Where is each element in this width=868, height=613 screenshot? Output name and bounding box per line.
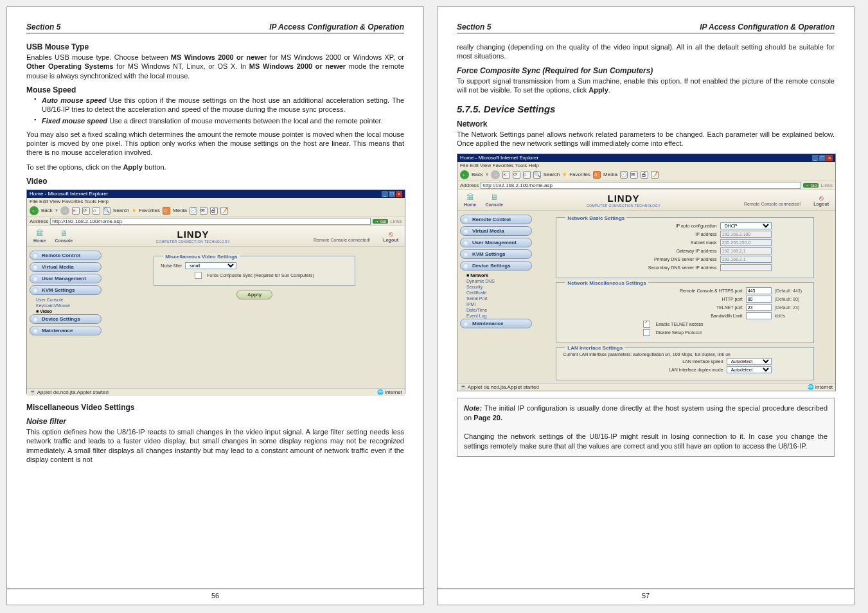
links-label[interactable]: Links: [820, 182, 833, 188]
gateway-input[interactable]: [720, 247, 772, 254]
home-icon[interactable]: ⌂: [523, 171, 531, 179]
primary-dns-input[interactable]: [720, 256, 772, 263]
sidebar-sub-network[interactable]: ■ Network: [460, 272, 532, 278]
logout-icon[interactable]: ⎋: [819, 194, 824, 202]
brand-bar: 🏛Home 🖥Console LINDY COMPUTER CONNECTION…: [457, 190, 835, 211]
back-icon[interactable]: ←: [30, 206, 39, 215]
page-number: 56: [211, 592, 219, 600]
favorites-icon[interactable]: ★: [562, 172, 567, 177]
sidebar-sub-security[interactable]: Security: [460, 284, 532, 290]
sidebar-item-maintenance[interactable]: Maintenance: [460, 319, 532, 328]
ip-auto-config-select[interactable]: DHCP: [720, 222, 772, 229]
sidebar-item-kvm-settings[interactable]: KVM Settings: [460, 249, 532, 259]
sidebar-sub-user-console[interactable]: User Console: [30, 297, 102, 303]
sidebar-item-device-settings[interactable]: Device Settings: [30, 314, 102, 324]
links-label[interactable]: Links: [390, 218, 402, 224]
fieldset-network-misc: Network Miscellaneous Settings Remote Co…: [556, 282, 813, 343]
force-cs-checkbox[interactable]: [195, 272, 202, 279]
ie-toolbar[interactable]: ←Back▾ → × ⟳ ⌂ 🔍Search ★Favorites ♫Media…: [457, 169, 835, 181]
secondary-dns-input[interactable]: [720, 264, 772, 271]
lan-speed-select[interactable]: Autodetect: [727, 358, 772, 365]
heading-video: Video: [26, 177, 404, 186]
sidebar-item-virtual-media[interactable]: Virtual Media: [30, 262, 102, 272]
heading-device-settings: 5.7.5. Device Settings: [457, 103, 835, 114]
sidebar-item-kvm-settings[interactable]: KVM Settings: [30, 285, 102, 295]
address-input[interactable]: http://192.168.2.100/home.asp: [481, 182, 801, 189]
window-controls[interactable]: _□×: [811, 155, 833, 161]
refresh-icon[interactable]: ⟳: [82, 207, 90, 215]
home-tab-icon[interactable]: 🏛: [466, 193, 474, 202]
lan-duplex-select[interactable]: Autodetect: [727, 366, 772, 373]
figure-video-settings: Home - Microsoft Internet Explorer _□× F…: [26, 190, 405, 394]
edit-icon[interactable]: 📝: [220, 207, 228, 215]
sidebar-item-virtual-media[interactable]: Virtual Media: [460, 226, 532, 236]
stop-icon[interactable]: ×: [72, 207, 80, 215]
go-button[interactable]: → Go: [373, 219, 388, 224]
sidebar-item-device-settings[interactable]: Device Settings: [460, 261, 532, 271]
brand-logo: LINDY: [587, 193, 660, 204]
history-icon[interactable]: 🕘: [190, 207, 197, 215]
window-controls[interactable]: _□×: [381, 191, 402, 197]
media-icon[interactable]: ♫: [593, 171, 601, 179]
sidebar-item-maintenance[interactable]: Maintenance: [30, 326, 102, 335]
mouse-speed-list: Auto mouse speed Use this option if the …: [34, 96, 404, 126]
sidebar-sub-eventlog[interactable]: Event Log: [460, 313, 532, 319]
go-button[interactable]: → Go: [803, 183, 819, 188]
search-icon[interactable]: 🔍: [103, 207, 111, 215]
sidebar-sub-keyboard-mouse[interactable]: Keyboard/Mouse: [30, 303, 102, 308]
favorites-icon[interactable]: ★: [132, 208, 136, 213]
page-number: 57: [642, 592, 650, 600]
http-port-input[interactable]: [746, 296, 772, 303]
edit-icon[interactable]: 📝: [651, 171, 659, 179]
heading-network: Network: [457, 120, 835, 129]
sidebar-sub-datetime[interactable]: Date/Time: [460, 307, 532, 313]
address-input[interactable]: http://192.168.2.100/home.asp: [50, 218, 371, 225]
page-footer: 56: [7, 589, 423, 600]
history-icon[interactable]: 🕘: [620, 171, 628, 179]
stop-icon[interactable]: ×: [502, 171, 510, 179]
sidebar-sub-certificate[interactable]: Certificate: [460, 290, 532, 296]
noise-filter-select[interactable]: small: [185, 262, 236, 269]
bandwidth-input[interactable]: [746, 312, 772, 319]
fieldset-legend: Miscellaneous Video Settings: [163, 254, 239, 260]
console-tab-icon[interactable]: 🖥: [490, 193, 498, 202]
sidebar-item-user-management[interactable]: User Management: [30, 274, 102, 283]
apply-button[interactable]: Apply: [236, 290, 272, 299]
page-header: Section 5 IP Access Configuration & Oper…: [457, 22, 835, 33]
back-icon[interactable]: ←: [460, 170, 469, 179]
https-port-input[interactable]: [746, 287, 772, 294]
print-icon[interactable]: 🖨: [210, 207, 218, 215]
window-title: Home - Microsoft Internet Explorer: [460, 155, 538, 161]
ie-menubar[interactable]: File Edit View Favorites Tools Help: [27, 198, 405, 205]
mail-icon[interactable]: ✉: [630, 171, 638, 179]
note-box: Note: The initial IP configuration is us…: [457, 398, 835, 457]
console-tab-icon[interactable]: 🖥: [60, 229, 67, 238]
disable-setup-checkbox[interactable]: [643, 329, 650, 336]
sidebar-sub-ipmi[interactable]: IPMI: [460, 301, 532, 307]
logout-icon[interactable]: ⎋: [389, 230, 393, 238]
sidebar-item-remote-control[interactable]: Remote Control: [460, 215, 532, 224]
media-icon[interactable]: ♫: [163, 207, 170, 215]
sidebar-sub-video[interactable]: ■ Video: [30, 308, 102, 314]
home-tab-icon[interactable]: 🏛: [36, 229, 44, 238]
mail-icon[interactable]: ✉: [200, 207, 208, 215]
search-icon[interactable]: 🔍: [533, 171, 541, 179]
enable-telnet-checkbox[interactable]: [643, 321, 650, 328]
ie-menubar[interactable]: File Edit View Favorites Tools Help: [457, 162, 835, 169]
ip-address-input[interactable]: [720, 231, 772, 238]
telnet-port-input[interactable]: [746, 304, 772, 311]
brand-bar: 🏛Home 🖥Console LINDY COMPUTER CONNECTION…: [27, 226, 405, 247]
print-icon[interactable]: 🖨: [641, 171, 648, 179]
refresh-icon[interactable]: ⟳: [513, 171, 520, 179]
ie-toolbar[interactable]: ←Back▾ → × ⟳ ⌂ 🔍Search ★Favorites ♫Media…: [27, 205, 405, 217]
fieldset-network-basic: Network Basic Settings IP auto configura…: [556, 217, 813, 278]
subnet-mask-input[interactable]: [720, 239, 772, 246]
ie-address-bar: Address http://192.168.2.100/home.asp → …: [27, 217, 405, 226]
network-paragraph: The Network Settings panel allows networ…: [457, 130, 835, 148]
fixed-mouse-item: Fixed mouse speed Use a direct translati…: [34, 116, 404, 125]
sidebar-sub-dyn-dns[interactable]: Dynamic DNS: [460, 278, 532, 284]
home-icon[interactable]: ⌂: [93, 207, 100, 215]
sidebar-item-user-management[interactable]: User Management: [460, 238, 532, 247]
sidebar-item-remote-control[interactable]: Remote Control: [30, 251, 102, 260]
sidebar-sub-serial[interactable]: Serial Port: [460, 296, 532, 301]
